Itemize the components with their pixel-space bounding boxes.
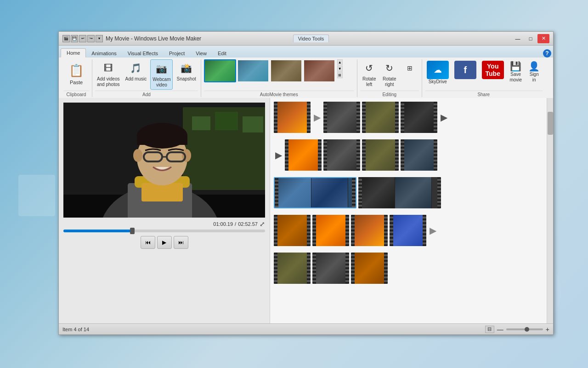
zoom-thumb[interactable] — [525, 327, 529, 332]
editing-extra-button[interactable]: ⊞ — [401, 59, 419, 78]
theme-2[interactable] — [237, 59, 269, 82]
add-music-label: Add music — [125, 76, 147, 81]
svg-rect-13 — [137, 136, 187, 145]
clip-9-selected[interactable] — [274, 177, 356, 208]
clip-12[interactable] — [312, 215, 349, 246]
clip-2[interactable] — [323, 102, 360, 133]
sign-in-button[interactable]: 👤 Sign in — [526, 59, 543, 84]
snapshot-label: Snapshot — [176, 76, 196, 81]
theme-gallery-nav: ▲ ▼ ⊞ — [337, 59, 343, 78]
snapshot-button[interactable]: 📸 Snapshot — [175, 59, 198, 83]
zoom-minus-icon[interactable]: — — [497, 326, 503, 333]
tab-visual-effects[interactable]: Visual Effects — [122, 49, 164, 58]
clip-3[interactable] — [362, 102, 399, 133]
clip-10[interactable] — [358, 177, 441, 208]
dropdown-icon[interactable]: ▾ — [96, 35, 103, 42]
timeline-panel: ▶ — [270, 98, 553, 323]
facebook-button[interactable]: f — [452, 59, 478, 80]
status-bar: Item 4 of 14 ⊟ — + — [59, 323, 553, 334]
tab-animations[interactable]: Animations — [86, 49, 122, 58]
youtube-icon: YouTube — [482, 61, 504, 79]
time-current: 01:00.19 — [213, 221, 233, 227]
redo-icon[interactable]: ↪ — [87, 35, 95, 42]
clip-8[interactable] — [401, 139, 437, 171]
playback-controls: ⏮ ▶ ⏭ — [63, 236, 265, 249]
add-label: Add — [95, 91, 198, 97]
clip-5[interactable] — [285, 139, 322, 171]
theme-up-button[interactable]: ▲ — [337, 59, 343, 65]
tab-edit[interactable]: Edit — [212, 49, 232, 58]
clip-4[interactable] — [401, 102, 437, 133]
theme-1[interactable] — [204, 59, 236, 82]
time-display: 01:00.19 / 02:52.57 ⤢ — [63, 220, 265, 228]
view-toggle-button[interactable]: ⊟ — [485, 326, 494, 333]
clipboard-group: 📋 Paste Clipboard — [61, 59, 92, 97]
clip-arrow-r1: ▶ — [439, 102, 448, 133]
theme-expand-button[interactable]: ⊞ — [337, 72, 343, 78]
editing-extra-icon: ⊞ — [402, 61, 417, 75]
clip-14[interactable] — [390, 215, 426, 246]
snapshot-icon: 📸 — [179, 61, 194, 75]
theme-4[interactable] — [303, 59, 335, 82]
next-button[interactable]: ⏭ — [174, 236, 188, 249]
theme-down-button[interactable]: ▼ — [337, 66, 343, 72]
add-music-icon: 🎵 — [129, 61, 143, 75]
clip-11[interactable] — [274, 215, 311, 246]
sign-in-icon: 👤 — [528, 61, 540, 72]
time-separator: / — [235, 221, 236, 227]
svg-rect-4 — [215, 112, 238, 130]
expand-icon[interactable]: ⤢ — [260, 220, 265, 228]
add-items: 🎞 Add videos and photos 🎵 Add music 📷 We… — [95, 59, 198, 90]
save-movie-button[interactable]: 💾 Save movie — [508, 59, 524, 84]
progress-thumb[interactable] — [130, 228, 135, 234]
window-icon: 🎬 — [62, 35, 70, 42]
clip-15[interactable] — [274, 253, 311, 284]
help-button[interactable]: ? — [543, 49, 551, 58]
clip-6[interactable] — [323, 139, 360, 171]
timeline-scroll[interactable]: ▶ — [270, 98, 553, 323]
zoom-plus-icon[interactable]: + — [546, 326, 549, 333]
youtube-button[interactable]: YouTube — [480, 59, 506, 80]
skydrive-label: SkyDrive — [429, 79, 447, 84]
play-button[interactable]: ▶ — [157, 236, 172, 249]
tab-home[interactable]: Home — [61, 48, 86, 58]
close-button[interactable]: ✕ — [537, 34, 549, 43]
rotate-left-button[interactable]: ↺ Rotate left — [360, 59, 379, 89]
zoom-slider[interactable] — [506, 328, 543, 330]
main-area: 01:00.19 / 02:52.57 ⤢ ⏮ ▶ — [59, 98, 553, 323]
rotate-right-button[interactable]: ↻ Rotate right — [380, 59, 399, 89]
add-videos-label: Add videos and photos — [97, 76, 120, 87]
tab-project[interactable]: Project — [164, 49, 190, 58]
undo-icon[interactable]: ↩ — [79, 35, 86, 42]
svg-point-14 — [133, 149, 142, 162]
quick-save-icon[interactable]: 💾 — [71, 35, 78, 42]
add-videos-button[interactable]: 🎞 Add videos and photos — [95, 59, 122, 89]
timeline-row-1: ▶ — [274, 102, 549, 133]
clip-frame-13 — [351, 215, 388, 246]
clip-frame-10a — [358, 177, 395, 208]
minimize-button[interactable]: — — [512, 34, 524, 43]
progress-bar[interactable] — [63, 230, 265, 232]
clip-16[interactable] — [312, 253, 349, 284]
timeline-row-2: ▶ — [274, 139, 549, 171]
add-music-button[interactable]: 🎵 Add music — [124, 59, 149, 83]
time-total: 02:52.57 — [238, 221, 258, 227]
prev-button[interactable]: ⏮ — [141, 236, 155, 249]
clip-frame-16 — [312, 253, 349, 284]
clip-1[interactable] — [274, 102, 311, 133]
skydrive-button[interactable]: ☁ SkyDrive — [425, 59, 451, 86]
maximize-button[interactable]: □ — [525, 34, 537, 43]
webcam-button[interactable]: 📷 Webcam video — [150, 59, 173, 90]
rotate-right-icon: ↻ — [382, 61, 397, 75]
clip-7[interactable] — [362, 139, 399, 171]
paste-button[interactable]: 📋 Paste — [63, 59, 89, 87]
theme-3[interactable] — [270, 59, 302, 82]
tab-view[interactable]: View — [190, 49, 212, 58]
clip-frame-1a — [274, 102, 311, 133]
clipboard-label: Clipboard — [63, 91, 89, 97]
save-movie-icon: 💾 — [510, 61, 521, 72]
clip-frame-5 — [285, 139, 322, 171]
scrollbar-thumb[interactable] — [548, 112, 553, 135]
clip-13[interactable] — [351, 215, 388, 246]
clip-17[interactable] — [351, 253, 388, 284]
